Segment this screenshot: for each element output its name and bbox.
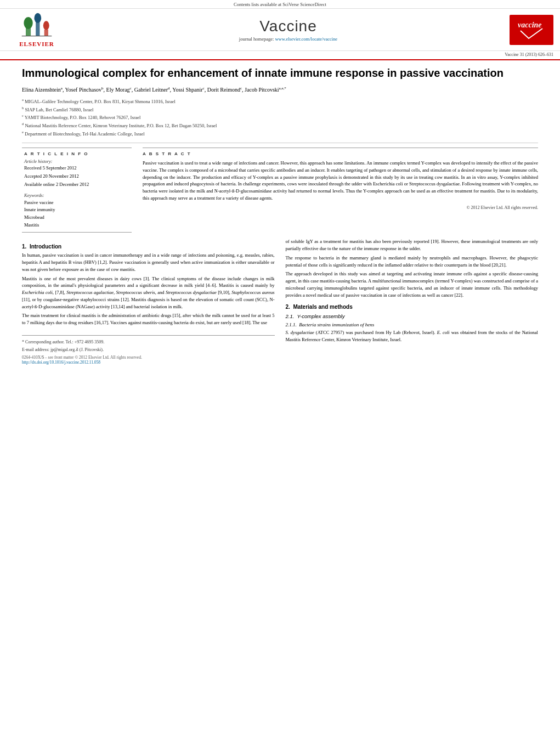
abstract-copyright: © 2012 Elsevier Ltd. All rights reserved… <box>143 205 538 210</box>
abstract-section: A B S T R A C T Passive vaccination is u… <box>143 148 538 210</box>
homepage-link[interactable]: www.elsevier.com/locate/vaccine <box>275 36 337 42</box>
article-info-title: A R T I C L E I N F O <box>24 151 129 156</box>
corresponding-footnote: * Corresponding author. Tel.: +972 4695 … <box>22 339 275 345</box>
journal-page: Contents lists available at SciVerse Sci… <box>0 0 560 370</box>
svg-point-3 <box>34 13 41 23</box>
bacteria-immunization-text: S. dysgalactiae (ATCC 27957) was purchas… <box>286 329 539 343</box>
abstract-title: A B S T R A C T <box>143 151 538 156</box>
article-footer: * Corresponding author. Tel.: +972 4695 … <box>22 335 275 365</box>
keyword-2: Innate immunity <box>24 206 129 214</box>
journal-header: Contents lists available at SciVerse Sci… <box>0 0 560 60</box>
article-title: Immunological complex for enhancement of… <box>22 66 538 80</box>
body-columns: 1. Introduction In human, passive vaccin… <box>22 238 538 365</box>
svg-rect-2 <box>36 22 39 36</box>
svg-text:vaccine: vaccine <box>518 21 542 29</box>
svg-rect-4 <box>44 30 48 36</box>
keyword-4: Mastitis <box>24 222 129 229</box>
homepage-label: journal homepage: <box>239 36 275 42</box>
body-left-col: 1. Introduction In human, passive vaccin… <box>22 238 275 365</box>
elsevier-label: ELSEVIER <box>19 41 54 47</box>
svg-point-1 <box>24 17 32 29</box>
article-info-col: A R T I C L E I N F O Article history: R… <box>22 148 132 233</box>
svg-point-5 <box>43 21 49 30</box>
intro-heading: 1. Introduction <box>22 244 275 250</box>
journal-homepage: journal homepage: www.elsevier.com/locat… <box>67 36 510 42</box>
abstract-col: A B S T R A C T Passive vaccination is u… <box>143 148 538 233</box>
intro-para-1: In human, passive vaccination is used in… <box>22 252 275 273</box>
journal-banner: ELSEVIER Vaccine journal homepage: www.e… <box>0 9 560 51</box>
article-content: Immunological complex for enhancement of… <box>0 60 560 370</box>
journal-title-center: Vaccine journal homepage: www.elsevier.c… <box>67 18 510 42</box>
license-text: 0264-410X/$ – see front matter © 2012 El… <box>22 355 275 365</box>
journal-name: Vaccine <box>67 18 510 35</box>
keywords-section: Keywords: Passive vaccine Innate immunit… <box>24 193 129 229</box>
received-value: Received 5 September 2012 <box>24 165 129 172</box>
keyword-3: Microbead <box>24 214 129 222</box>
journal-reference: Vaccine 31 (2013) 626–631 <box>0 51 560 57</box>
intro-para-3: The main treatment for clinical mastitis… <box>22 312 275 326</box>
authors: Elina Aizenshteina, Yosef Pinchasovb, El… <box>22 86 538 94</box>
top-bar: Contents lists available at SciVerse Sci… <box>0 0 560 9</box>
body-right-col: of soluble IgY as a treatment for mastit… <box>286 238 539 365</box>
affiliations: a MIGAL–Galilee Technology Center, P.O. … <box>22 97 538 137</box>
vaccine-v-icon: vaccine <box>515 16 548 41</box>
email-footnote: E-mail address: jp@migal.org.il (J. Pitc… <box>22 347 275 353</box>
available-value: Available online 2 December 2012 <box>24 182 129 188</box>
elsevier-tree-icon <box>20 12 53 39</box>
right-para-1: of soluble IgY as a treatment for mastit… <box>286 238 539 252</box>
right-para-3: The approach developed in this study was… <box>286 270 539 298</box>
divider <box>22 143 538 143</box>
info-abstract-row: A R T I C L E I N F O Article history: R… <box>22 148 538 233</box>
vaccine-logo-box: vaccine <box>510 15 553 45</box>
elsevier-logo: ELSEVIER <box>7 12 67 47</box>
intro-para-2: Mastitis is one of the most prevalent di… <box>22 275 275 310</box>
sciverse-text: Contents lists available at SciVerse Sci… <box>234 2 326 7</box>
history-label: Article history: <box>24 159 129 164</box>
materials-heading: 2. Materials and methods <box>286 304 539 310</box>
abstract-text: Passive vaccination is used to treat a w… <box>143 160 538 202</box>
right-para-2: The response to bacteria in the mammary … <box>286 254 539 269</box>
keywords-label: Keywords: <box>24 193 129 198</box>
keyword-1: Passive vaccine <box>24 199 129 207</box>
doi-link[interactable]: http://dx.doi.org/10.1016/j.vaccine.2012… <box>22 360 100 365</box>
article-info-box: A R T I C L E I N F O Article history: R… <box>22 148 132 233</box>
accepted-value: Accepted 20 November 2012 <box>24 173 129 180</box>
bacteria-immunization-heading: 2.1.1. Bacteria strains immunization of … <box>286 322 539 327</box>
vaccine-logo-graphic: vaccine <box>515 16 548 43</box>
ycomplex-assembly-heading: 2.1. Y-complex assembly <box>286 313 539 319</box>
